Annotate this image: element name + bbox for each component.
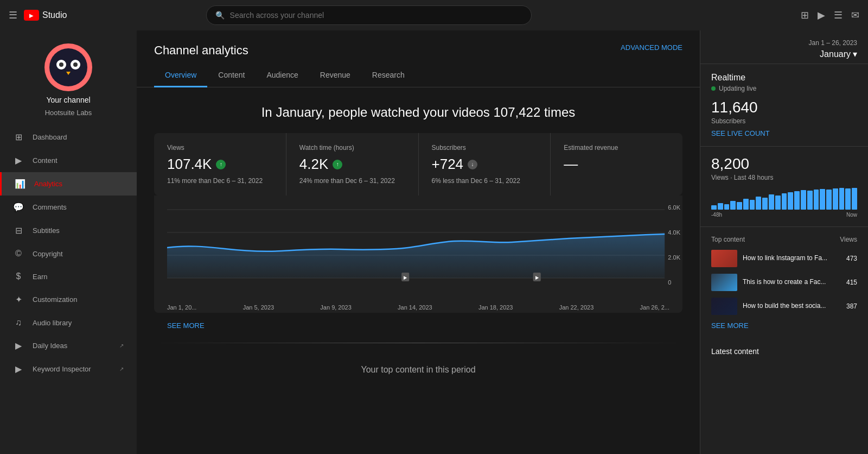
stat-watchtime[interactable]: Watch time (hours) 4.2K ↑ 24% more than … bbox=[286, 133, 419, 196]
chart-container: 6.0K 4.0K 2.0K 0 bbox=[154, 204, 682, 302]
top-content-section: Top content Views How to link Instagram … bbox=[700, 227, 868, 338]
date-dropdown[interactable]: January ▾ bbox=[711, 49, 857, 59]
content-item-1[interactable]: How to link Instagram to Fa... 473 bbox=[711, 250, 857, 267]
sidebar-label-subtitles: Subtitles bbox=[33, 226, 124, 235]
right-panel: Jan 1 – 26, 2023 January ▾ Realtime Upda… bbox=[700, 30, 868, 454]
earn-icon: $ bbox=[13, 272, 24, 281]
tab-revenue[interactable]: Revenue bbox=[309, 64, 361, 87]
sidebar-item-daily-ideas[interactable]: ▶ Daily Ideas ↗ bbox=[0, 334, 137, 357]
stat-subscribers[interactable]: Subscribers +724 ↓ 6% less than Dec 6 – … bbox=[419, 133, 551, 196]
sidebar-item-comments[interactable]: 💬 Comments bbox=[0, 196, 137, 219]
sidebar-label-customization: Customization bbox=[33, 295, 124, 304]
live-dot-icon bbox=[711, 86, 716, 91]
bar-16 bbox=[807, 191, 813, 210]
tab-audience[interactable]: Audience bbox=[256, 64, 309, 87]
content-icon: ▶ bbox=[13, 155, 24, 166]
yt-logo: Studio bbox=[24, 10, 67, 21]
channel-subtitle: Hootsuite Labs bbox=[45, 109, 92, 117]
top-content-see-more[interactable]: SEE MORE bbox=[711, 321, 857, 330]
watchtime-number: 4.2K bbox=[299, 156, 329, 173]
sidebar-label-daily-ideas: Daily Ideas bbox=[33, 342, 111, 350]
stat-views[interactable]: Views 107.4K ↑ 11% more than Dec 6 – 31,… bbox=[154, 133, 286, 196]
subscribers-number: +724 bbox=[432, 156, 464, 173]
sidebar-item-subtitles[interactable]: ⊟ Subtitles bbox=[0, 219, 137, 242]
content-views-1: 473 bbox=[846, 255, 857, 262]
studio-label: Studio bbox=[42, 10, 67, 20]
tab-content[interactable]: Content bbox=[207, 64, 256, 87]
page-header: Channel analytics ADVANCED MODE bbox=[137, 30, 700, 58]
analytics-nav-icon: 📊 bbox=[15, 179, 25, 189]
views-section: 8,200 Views · Last 48 hours bbox=[700, 147, 868, 227]
realtime-title: Realtime bbox=[711, 73, 857, 83]
stats-cards: Views 107.4K ↑ 11% more than Dec 6 – 31,… bbox=[154, 133, 682, 196]
hamburger-icon[interactable]: ☰ bbox=[9, 9, 17, 21]
youtube-go-icon[interactable]: ▶ bbox=[818, 9, 825, 21]
sidebar-item-dashboard[interactable]: ⊞ Dashboard bbox=[0, 125, 137, 149]
bar-20 bbox=[833, 188, 838, 210]
see-more-button[interactable]: SEE MORE bbox=[154, 313, 682, 338]
stat-subscribers-label: Subscribers bbox=[432, 144, 538, 152]
date-selector[interactable]: Jan 1 – 26, 2023 January ▾ bbox=[700, 30, 868, 64]
see-live-button[interactable]: SEE LIVE COUNT bbox=[711, 129, 857, 137]
keyword-external-icon: ↗ bbox=[119, 366, 124, 372]
bar-18 bbox=[820, 189, 825, 210]
stat-watchtime-value: 4.2K ↑ bbox=[299, 156, 405, 173]
advanced-mode-button[interactable]: ADVANCED MODE bbox=[621, 43, 682, 52]
sidebar-item-customization[interactable]: ✦ Customization bbox=[0, 288, 137, 311]
bar-10 bbox=[769, 194, 774, 210]
thumb-3 bbox=[711, 298, 737, 315]
section-divider bbox=[154, 343, 682, 343]
bar-13 bbox=[788, 192, 793, 210]
dropdown-chevron-icon: ▾ bbox=[853, 49, 857, 59]
search-bar[interactable]: 🔍 bbox=[206, 5, 532, 25]
external-icon: ↗ bbox=[119, 343, 124, 349]
x-label-1: Jan 5, 2023 bbox=[243, 304, 275, 311]
topbar: ☰ Studio 🔍 ⊞ ▶ ☰ ✉ bbox=[0, 0, 868, 30]
sidebar-label-dashboard: Dashboard bbox=[33, 133, 124, 141]
bar-11 bbox=[775, 196, 781, 210]
sidebar-item-copyright[interactable]: © Copyright bbox=[0, 242, 137, 265]
sidebar-item-keyword-inspector[interactable]: ▶ Keyword Inspector ↗ bbox=[0, 357, 137, 381]
tab-overview[interactable]: Overview bbox=[154, 64, 207, 87]
apps-icon[interactable]: ☰ bbox=[834, 9, 843, 21]
y-label-0: 0 bbox=[668, 279, 680, 286]
watchtime-up-icon: ↑ bbox=[333, 160, 342, 169]
sidebar-item-audio-library[interactable]: ♫ Audio library bbox=[0, 311, 137, 334]
x-label-0: Jan 1, 20... bbox=[167, 304, 196, 311]
x-label-5: Jan 22, 2023 bbox=[559, 304, 594, 311]
sidebar-item-content[interactable]: ▶ Content bbox=[0, 149, 137, 172]
analytics-icon[interactable]: ⊞ bbox=[801, 9, 809, 21]
avatar[interactable] bbox=[44, 43, 92, 91]
bar-6 bbox=[743, 199, 749, 210]
stat-revenue[interactable]: Estimated revenue — bbox=[551, 133, 682, 196]
content-item-3[interactable]: How to build the best socia... 387 bbox=[711, 298, 857, 315]
bar-21 bbox=[839, 188, 845, 210]
bar-14 bbox=[794, 191, 800, 210]
subscriber-label: Subscribers bbox=[711, 117, 857, 125]
bar-15 bbox=[801, 190, 806, 210]
tab-research[interactable]: Research bbox=[361, 64, 416, 87]
views-chart: ▶ ▶ bbox=[167, 204, 669, 291]
sidebar-item-earn[interactable]: $ Earn bbox=[0, 265, 137, 288]
stat-subscribers-value: +724 ↓ bbox=[432, 156, 538, 173]
bar-4 bbox=[730, 201, 736, 210]
content-item-2[interactable]: This is how to create a Fac... 415 bbox=[711, 274, 857, 291]
subscriber-count: 11,640 bbox=[711, 99, 857, 116]
sidebar-label-comments: Comments bbox=[33, 203, 124, 211]
message-icon[interactable]: ✉ bbox=[851, 9, 859, 21]
thumb-img-1 bbox=[711, 250, 737, 267]
y-label-4k: 4.0K bbox=[668, 229, 680, 236]
bar-1 bbox=[711, 205, 717, 210]
comments-icon: 💬 bbox=[13, 202, 24, 212]
latest-content-section: Latest content bbox=[700, 338, 868, 356]
stats-section: Views 107.4K ↑ 11% more than Dec 6 – 31,… bbox=[154, 133, 682, 392]
stat-subscribers-change: 6% less than Dec 6 – 31, 2022 bbox=[432, 177, 538, 185]
bar-3 bbox=[724, 204, 730, 210]
x-label-4: Jan 18, 2023 bbox=[478, 304, 513, 311]
x-label-3: Jan 14, 2023 bbox=[398, 304, 432, 311]
bar-23 bbox=[852, 188, 857, 210]
search-input[interactable] bbox=[230, 11, 522, 20]
sidebar-item-analytics[interactable]: 📊 Analytics bbox=[0, 172, 137, 196]
x-label-2: Jan 9, 2023 bbox=[320, 304, 352, 311]
bar-2 bbox=[718, 203, 723, 210]
